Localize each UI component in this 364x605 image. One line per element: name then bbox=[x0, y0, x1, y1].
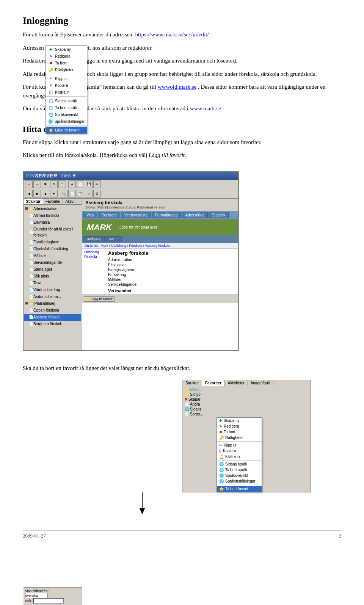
toolbar-btn-8[interactable]: 💾 bbox=[85, 180, 93, 188]
tree-item-vard[interactable]: 📄 Vårdnadsbidrag bbox=[24, 287, 81, 293]
fav-ctx-tabort[interactable]: ✖ Ta bort bbox=[217, 429, 262, 435]
action-tab-arbets[interactable]: Arbetsflöde bbox=[182, 212, 208, 218]
tab-aktiviteter[interactable]: Aktiv... bbox=[63, 199, 79, 204]
fav-tab-image[interactable]: ImageVault bbox=[248, 380, 273, 386]
action-tab-visa[interactable]: Visa bbox=[83, 212, 97, 218]
fav-copy-icon: ⎘ bbox=[219, 449, 221, 453]
list-item-forsak: Försäkring bbox=[108, 272, 237, 277]
tree-item-sok[interactable]: 📄 Sök plats bbox=[24, 273, 81, 280]
tree-item-familje[interactable]: 📄 Familjedaghem bbox=[24, 239, 81, 246]
fav-ctx-redigera[interactable]: ✎ Redigera bbox=[217, 423, 262, 429]
fav-lang4-icon: 🌐 bbox=[219, 479, 224, 483]
list-item-elev: Elevhälsa bbox=[108, 262, 237, 267]
markse-link[interactable]: www.mark.se bbox=[190, 105, 221, 111]
nav-btn-nari[interactable]: Näri... bbox=[105, 236, 122, 242]
fav-new-icon: ✚ bbox=[219, 418, 222, 423]
fav-tree-item-5[interactable]: 🌐 Sidans bbox=[184, 407, 309, 412]
fav-ctx-sprakover[interactable]: 🌐 Språköversikt bbox=[217, 473, 262, 478]
toolbar-btn-3[interactable]: ✖ bbox=[42, 180, 49, 188]
toolbar-btn-18[interactable]: ⚙ bbox=[93, 190, 101, 197]
intro-text-6b: . bbox=[223, 105, 224, 111]
cms-content-main: Assberg förskola Administration Elevhäls… bbox=[108, 250, 237, 293]
cms-logo-text: EPiSERVER CMS 5 bbox=[26, 173, 76, 179]
tree-item-assberg[interactable]: 📄 Assberg förskol... bbox=[24, 314, 81, 321]
fav-ctx-rattigheter[interactable]: 🔑 Rättigheter bbox=[217, 435, 262, 440]
nav-btn-invanare[interactable]: Invånare bbox=[83, 236, 105, 242]
fav-ctx-skapa[interactable]: ✚ Skapa ny bbox=[217, 418, 262, 423]
intro-text-5a: För att kunna se texten på „gamla” hemsi… bbox=[23, 84, 156, 90]
fav-tree-item-4[interactable]: 📄 Ändra bbox=[184, 402, 309, 407]
toolbar-btn-14[interactable]: 🔍 bbox=[60, 190, 67, 197]
intro-paragraph-1: För att kunna åt Episerver använder du a… bbox=[23, 30, 341, 39]
tab-struktur[interactable]: Struktur bbox=[24, 199, 43, 204]
cms-preview-header: MARK Läge för det goda livet bbox=[82, 219, 238, 235]
fav-ctx-kopiera[interactable]: ⎘ Kopiera bbox=[217, 448, 262, 454]
tree-item-admin[interactable]: ⊞ 📁 Administration bbox=[24, 205, 81, 212]
toolbar-btn-11[interactable]: ▶ bbox=[33, 190, 41, 197]
sidebar-link-utb[interactable]: Utbildning bbox=[84, 250, 107, 254]
cms-preview-area: MARK Läge för det goda livet Invånare Nä… bbox=[82, 219, 238, 295]
fav-tree-item-3[interactable]: ✖ Skapar bbox=[184, 397, 309, 402]
fav-tree-item-6[interactable]: 📄 Sorter... bbox=[184, 412, 309, 417]
cms-toolbar-2: ◀ ▶ ▲ ▼ 🔍 📄 📅 ⌂ ⚙ bbox=[24, 189, 238, 199]
action-tab-versions[interactable]: Versionsslista bbox=[121, 212, 151, 218]
fav-ctx-klipp[interactable]: ✂ Klipp ut bbox=[217, 442, 262, 448]
tree-item-oppen[interactable]: 📄 Öppen förskola bbox=[24, 307, 81, 314]
page-heading: Inloggning bbox=[23, 15, 341, 27]
tree-item-berghem[interactable]: 📄 Berghem förskol... bbox=[24, 321, 81, 328]
breadcrumb-text: Du är här: Mark / Utbildning / Förskola … bbox=[85, 244, 170, 248]
toolbar-btn-4[interactable]: ↻ bbox=[50, 180, 58, 188]
fav-tab-aktiv[interactable]: Aktiviteter bbox=[225, 380, 248, 386]
tree-item-grunder[interactable]: 📄 Grunder för att få plats i förskolh bbox=[24, 226, 81, 239]
fav-ctx-sprakinst[interactable]: 🌐 Språkinställningar bbox=[217, 478, 262, 484]
action-tab-formular[interactable]: Formulärdata bbox=[152, 212, 181, 218]
tree-item-olycks[interactable]: 📄 Olycksfallsförsäkring bbox=[24, 246, 81, 252]
tree-item-allman[interactable]: 📄 Allmän förskola bbox=[24, 212, 81, 219]
content-list: Administration Elevhälsa Familjedaghem F… bbox=[108, 257, 237, 287]
tree-item-plats[interactable]: ⊞ 📁 [Platshållare] bbox=[24, 300, 81, 307]
cms-main: Struktur Favoriter Aktiv... Im... ⊞ 📁 Ad… bbox=[24, 199, 238, 350]
toolbar-btn-1[interactable]: ← bbox=[25, 180, 33, 188]
episerver-link[interactable]: https://www.mark.se/sec/ui/edit/ bbox=[135, 31, 209, 38]
tree-item-starta[interactable]: 📄 Starta eget bbox=[24, 266, 81, 273]
fav-ctx-klistra[interactable]: 📋 Klistra in bbox=[217, 454, 262, 459]
toolbar-btn-5[interactable]: ☕ bbox=[58, 180, 66, 188]
fav-lang3-icon: 🌐 bbox=[219, 473, 224, 478]
intro-text-1a: För att kunna åt Episerver använder du a… bbox=[23, 31, 134, 38]
toolbar-btn-15[interactable]: 📄 bbox=[68, 190, 76, 197]
star-icon: ⭐ bbox=[86, 297, 90, 301]
toolbar-btn-13[interactable]: ▼ bbox=[50, 190, 58, 197]
fav-star-icon-2: ⭐ bbox=[185, 392, 189, 397]
fav-tree-item-1[interactable]: ⭐ Ubild... bbox=[184, 387, 309, 392]
toolbar-btn-10[interactable]: ◀ bbox=[25, 190, 33, 197]
action-tab-redigera[interactable]: Redigera bbox=[98, 212, 120, 218]
fav-tree-item-2[interactable]: ⭐ Sidtyp bbox=[184, 392, 309, 397]
tree-item-maltider[interactable]: 📄 Måltider bbox=[24, 252, 81, 259]
tree-item-taxa[interactable]: 📄 Taxa bbox=[24, 280, 81, 287]
fav-ctx-tabort-fav[interactable]: ⭐ Ta bort favorit bbox=[217, 486, 262, 492]
cms-action-tabs: Visa Redigera Versionsslista Formulärdat… bbox=[82, 211, 238, 219]
fav-tab-struktur[interactable]: Struktur bbox=[182, 380, 202, 386]
sidebar-link-for[interactable]: Förskola bbox=[84, 255, 107, 259]
cms-window: EPiSERVER CMS 5 ← → ✖ ↻ ☕ ★ 📄 💾 ✏ ◀ ▶ ▲ … bbox=[23, 171, 239, 351]
toolbar-btn-7[interactable]: 📄 bbox=[77, 180, 84, 188]
tab-favoriter[interactable]: Favoriter bbox=[43, 199, 63, 204]
fav-ctx-tabortsprak[interactable]: 🌐 Ta bort språk bbox=[217, 467, 262, 473]
toolbar-btn-9[interactable]: ✏ bbox=[93, 180, 101, 188]
tree-item-elevhalsa[interactable]: 📄 Elevhälsa bbox=[24, 219, 81, 226]
toolbar-btn-12[interactable]: ▲ bbox=[42, 190, 49, 197]
fav-context-menu: ✚ Skapa ny ✎ Redigera ✖ Ta bort 🔑 Rättig… bbox=[217, 417, 262, 492]
wwwold-link[interactable]: wwwold.mark.se bbox=[158, 84, 196, 90]
add-fav-button[interactable]: ⭐ Lägg till favorit bbox=[84, 296, 115, 302]
toolbar-btn-6[interactable]: ★ bbox=[68, 180, 76, 188]
toolbar-btn-2[interactable]: → bbox=[33, 180, 41, 188]
tree-item-andra[interactable]: 📄 Ändra schema... bbox=[24, 293, 81, 300]
toolbar-btn-16[interactable]: 📅 bbox=[77, 190, 84, 197]
list-item-mal: Måltider bbox=[108, 277, 237, 282]
action-tab-stat[interactable]: Statistik bbox=[209, 212, 229, 218]
fav-ctx-sprak[interactable]: 🌐 Sidans språk bbox=[217, 461, 262, 467]
tab-imagevault[interactable]: Im... bbox=[79, 199, 82, 204]
fav-tab-favoriter[interactable]: Favoriter bbox=[202, 380, 225, 386]
toolbar-btn-17[interactable]: ⌂ bbox=[85, 190, 93, 197]
tree-item-service[interactable]: 📄 Serviceåtagande bbox=[24, 259, 81, 266]
